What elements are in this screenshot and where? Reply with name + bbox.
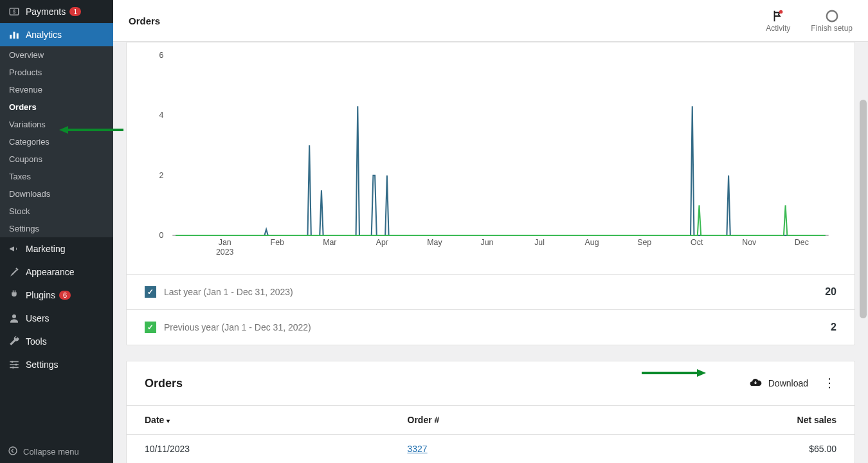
svg-point-5 xyxy=(12,314,16,318)
svg-text:Nov: Nov xyxy=(742,238,757,247)
main-content: 0246JanFebMarAprMayJunJulAugSepOctNovDec… xyxy=(113,42,868,463)
sidebar-sub-products[interactable]: Products xyxy=(0,64,113,81)
sidebar-sub-revenue[interactable]: Revenue xyxy=(0,81,113,98)
chart-area: 0246JanFebMarAprMayJunJulAugSepOctNovDec… xyxy=(127,42,854,274)
checkbox-icon[interactable]: ✓ xyxy=(145,286,156,298)
finish-setup-label: Finish setup xyxy=(811,24,853,33)
svg-point-10 xyxy=(15,364,17,366)
scrollbar-thumb[interactable] xyxy=(860,100,867,318)
svg-text:4: 4 xyxy=(159,111,164,120)
collapse-label: Collapse menu xyxy=(23,447,79,457)
sidebar-sub-settings[interactable]: Settings xyxy=(0,220,113,237)
svg-text:Sep: Sep xyxy=(637,238,651,247)
svg-point-13 xyxy=(779,10,783,14)
sidebar-item-label: Tools xyxy=(26,336,47,347)
plugins-badge: 6 xyxy=(59,291,71,300)
svg-rect-6 xyxy=(10,361,19,363)
admin-sidebar: $ Payments 1 Analytics Overview Products… xyxy=(0,0,113,463)
sidebar-item-label: Marketing xyxy=(26,244,65,254)
sidebar-sub-overview[interactable]: Overview xyxy=(0,46,113,64)
col-date-header[interactable]: Date▾ xyxy=(127,406,390,435)
sidebar-item-settings[interactable]: Settings xyxy=(0,353,113,376)
user-icon xyxy=(8,312,21,325)
orders-table-header: Orders Download ⋯ xyxy=(127,361,854,405)
svg-text:Jan: Jan xyxy=(219,238,231,247)
sidebar-sub-orders[interactable]: Orders xyxy=(0,98,113,116)
collapse-menu-button[interactable]: Collapse menu xyxy=(0,440,113,463)
svg-text:2023: 2023 xyxy=(216,248,234,257)
chart-card: 0246JanFebMarAprMayJunJulAugSepOctNovDec… xyxy=(126,42,855,345)
orders-table-title: Orders xyxy=(145,377,183,390)
activity-label: Activity xyxy=(766,24,790,33)
scrollbar[interactable] xyxy=(858,42,868,463)
progress-circle-icon xyxy=(825,8,839,24)
col-net-header[interactable]: Net sales xyxy=(610,406,854,435)
payments-badge: 1 xyxy=(69,7,81,16)
sidebar-sub-taxes[interactable]: Taxes xyxy=(0,168,113,185)
sidebar-sub-variations[interactable]: Variations xyxy=(0,116,113,133)
svg-text:Jul: Jul xyxy=(534,238,545,247)
col-order-header[interactable]: Order # xyxy=(390,406,610,435)
finish-setup-button[interactable]: Finish setup xyxy=(811,8,853,33)
svg-point-12 xyxy=(9,447,17,455)
legend-value: 2 xyxy=(831,322,836,333)
svg-text:6: 6 xyxy=(159,51,164,60)
sidebar-item-label: Payments xyxy=(26,6,66,17)
sidebar-item-label: Users xyxy=(26,313,50,323)
cell-net: $65.00 xyxy=(610,435,854,464)
payments-icon: $ xyxy=(8,5,21,18)
activity-icon xyxy=(771,8,785,24)
svg-text:2: 2 xyxy=(159,171,164,180)
svg-point-11 xyxy=(12,367,14,368)
sidebar-item-analytics[interactable]: Analytics xyxy=(0,23,113,46)
sidebar-item-appearance[interactable]: Appearance xyxy=(0,260,113,284)
megaphone-icon xyxy=(8,242,21,255)
more-options-icon[interactable]: ⋯ xyxy=(822,377,838,390)
svg-text:Aug: Aug xyxy=(585,238,599,247)
svg-point-14 xyxy=(826,11,837,22)
svg-text:Apr: Apr xyxy=(376,238,388,247)
page-header: Orders Activity Finish setup xyxy=(113,0,868,42)
sidebar-sub-categories[interactable]: Categories xyxy=(0,133,113,150)
legend-series-2[interactable]: ✓ Previous year (Jan 1 - Dec 31, 2022) 2 xyxy=(127,309,854,345)
sidebar-item-marketing[interactable]: Marketing xyxy=(0,237,113,260)
cloud-download-icon xyxy=(749,376,762,391)
svg-point-9 xyxy=(12,361,14,363)
sidebar-sub-stock[interactable]: Stock xyxy=(0,203,113,220)
sidebar-sub-coupons[interactable]: Coupons xyxy=(0,150,113,168)
sidebar-item-label: Appearance xyxy=(26,267,75,277)
order-link[interactable]: 3327 xyxy=(408,444,428,454)
svg-text:Dec: Dec xyxy=(795,238,809,247)
sidebar-item-users[interactable]: Users xyxy=(0,307,113,330)
sidebar-item-payments[interactable]: $ Payments 1 xyxy=(0,0,113,23)
svg-rect-7 xyxy=(10,364,19,365)
collapse-icon xyxy=(8,446,18,458)
chevron-down-icon: ▾ xyxy=(167,417,170,424)
activity-button[interactable]: Activity xyxy=(766,8,790,33)
cell-date: 10/11/2023 xyxy=(127,435,390,464)
svg-rect-3 xyxy=(14,32,15,39)
sidebar-item-tools[interactable]: Tools xyxy=(0,330,113,353)
svg-text:Jun: Jun xyxy=(481,238,494,247)
legend-label: Last year (Jan 1 - Dec 31, 2023) xyxy=(164,287,293,297)
svg-text:$: $ xyxy=(13,9,16,15)
sidebar-item-label: Plugins xyxy=(26,290,55,300)
svg-text:Oct: Oct xyxy=(691,238,703,247)
download-button[interactable]: Download xyxy=(749,376,808,391)
page-title: Orders xyxy=(129,15,160,26)
legend-series-1[interactable]: ✓ Last year (Jan 1 - Dec 31, 2023) 20 xyxy=(127,274,854,309)
orders-table: Date▾ Order # Net sales 10/11/2023 3327 … xyxy=(127,405,854,463)
svg-rect-2 xyxy=(10,35,12,39)
svg-text:0: 0 xyxy=(159,231,164,240)
analytics-subitems: Overview Products Revenue Orders Variati… xyxy=(0,46,113,237)
orders-table-card: Orders Download ⋯ Date▾ Order # Net sale… xyxy=(126,361,855,463)
legend-value: 20 xyxy=(825,286,836,298)
svg-text:Feb: Feb xyxy=(271,238,285,247)
analytics-icon xyxy=(8,28,21,41)
checkbox-icon[interactable]: ✓ xyxy=(145,322,156,333)
table-row: 10/11/2023 3327 $65.00 xyxy=(127,435,854,464)
sidebar-item-plugins[interactable]: Plugins 6 xyxy=(0,284,113,307)
sidebar-item-label: Analytics xyxy=(26,30,62,40)
legend-label: Previous year (Jan 1 - Dec 31, 2022) xyxy=(164,322,311,332)
sidebar-sub-downloads[interactable]: Downloads xyxy=(0,185,113,203)
